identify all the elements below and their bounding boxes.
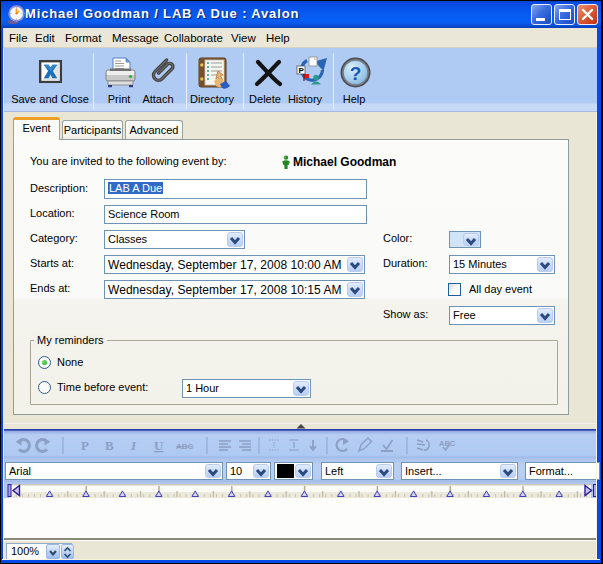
svg-text:U: U	[154, 438, 164, 453]
svg-text:?: ?	[350, 63, 362, 84]
svg-text:I: I	[130, 438, 137, 453]
svg-text:P: P	[299, 66, 305, 75]
svg-text:B: B	[105, 438, 114, 453]
svg-text:ABC: ABC	[176, 442, 194, 451]
svg-text:P: P	[81, 438, 89, 453]
